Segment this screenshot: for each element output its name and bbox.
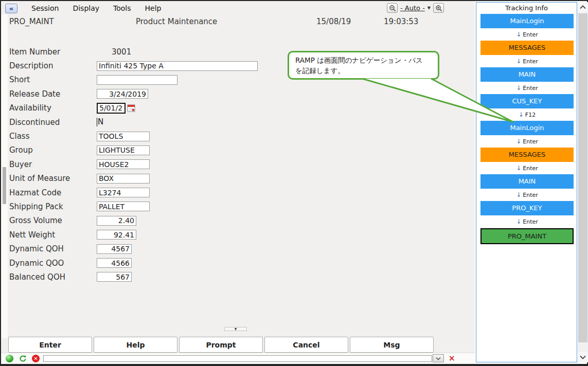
scrollbar-thumb[interactable]	[578, 13, 587, 342]
shipping-pack-input[interactable]	[97, 202, 150, 211]
chevron-down-icon	[436, 357, 441, 360]
splitter-collapse-handle[interactable]: ▼	[224, 327, 247, 331]
command-history-dropdown[interactable]	[433, 354, 444, 362]
command-input[interactable]	[43, 355, 432, 362]
down-arrow-icon: ↓	[516, 58, 521, 65]
discontinued-value[interactable]: N	[97, 118, 103, 126]
gross-volume-label: Gross Volume	[9, 216, 97, 225]
key-label: Enter	[523, 138, 538, 145]
magnifier-plus-icon	[435, 5, 442, 12]
menu-session[interactable]: Session	[31, 4, 59, 12]
zoom-out-button[interactable]	[387, 3, 398, 13]
form-row: Class	[9, 129, 258, 143]
unit-of-measure-input[interactable]	[97, 174, 150, 184]
zoom-in-button[interactable]	[433, 3, 444, 13]
magnifier-minus-icon	[389, 5, 396, 12]
group-input[interactable]	[97, 145, 150, 155]
form-row: Unit of Measure	[9, 172, 258, 186]
tracking-step-screen[interactable]: MainLogin	[480, 121, 574, 135]
zoom-control: - Auto - ▼	[387, 3, 444, 13]
form-row: Short	[9, 73, 258, 87]
nett-weight-input[interactable]	[97, 230, 136, 240]
nett-weight-label: Nett Weight	[9, 230, 97, 240]
availability-label: Availability	[9, 103, 97, 113]
chevron-up-icon	[580, 5, 586, 9]
chevron-down-icon[interactable]: ▼	[427, 6, 431, 10]
dynamic-qoo-input[interactable]	[97, 258, 132, 268]
application-window: « Session Display Tools Help - Auto - ▼	[0, 0, 588, 366]
buyer-label: Buyer	[9, 160, 97, 169]
short-label: Short	[9, 75, 97, 84]
zoom-level-dropdown[interactable]: - Auto -	[400, 4, 425, 12]
tracking-step-screen[interactable]: MAIN	[480, 67, 574, 82]
tracking-step-screen[interactable]: MESSAGES	[480, 41, 574, 55]
shipping-pack-label: Shipping Pack	[9, 202, 97, 211]
scroll-up-button[interactable]	[578, 2, 588, 12]
menu-help[interactable]: Help	[145, 4, 162, 12]
tracking-scrollbar[interactable]	[578, 2, 588, 362]
description-input[interactable]	[97, 61, 258, 71]
balanced-qoh-input[interactable]	[97, 272, 132, 282]
short-input[interactable]	[97, 75, 177, 85]
tracking-step-current-screen[interactable]: PRO_MAINT	[480, 228, 574, 244]
form-row: Gross Volume	[9, 214, 258, 228]
tracking-step-screen[interactable]: PRO_KEY	[480, 201, 574, 215]
dynamic-qoh-label: Dynamic QOH	[9, 244, 97, 253]
menu-tools[interactable]: Tools	[113, 4, 131, 12]
tracking-step-screen[interactable]: MAIN	[480, 174, 574, 189]
clear-command-icon[interactable]: ×	[449, 355, 455, 362]
key-label: Enter	[523, 85, 538, 92]
panel-drag-handle[interactable]	[3, 167, 6, 204]
down-arrow-icon: ↓	[516, 31, 521, 38]
ramp-callout-bubble: RAMP は画面間のナビゲーション・パス を記録します。	[288, 51, 439, 80]
tracking-step-key: ↓ Enter	[480, 82, 574, 94]
tracking-step-screen[interactable]: MainLogin	[480, 14, 574, 28]
form-row: Hazmat Code	[9, 186, 258, 199]
page-title: Product Maintenance	[136, 17, 217, 26]
down-arrow-icon: ↓	[516, 191, 521, 198]
connection-status-icon	[6, 355, 13, 362]
form-row: Dynamic QOO	[9, 256, 258, 270]
class-input[interactable]	[97, 132, 150, 141]
prompt-button[interactable]: Prompt	[179, 337, 263, 353]
key-label: Enter	[523, 218, 538, 225]
msg-button[interactable]: Msg	[350, 337, 434, 353]
hazmat-code-input[interactable]	[97, 188, 150, 197]
product-form: Item Number 3001 Description Short Relea…	[9, 45, 258, 284]
cancel-button[interactable]: Cancel	[264, 337, 348, 353]
help-button[interactable]: Help	[94, 337, 177, 353]
balanced-qoh-label: Balanced QOH	[9, 272, 97, 282]
buyer-input[interactable]	[97, 159, 150, 169]
availability-input[interactable]	[97, 103, 126, 114]
down-arrow-icon: ↓	[519, 111, 524, 118]
form-row: Dynamic QOH	[9, 242, 258, 255]
scroll-down-button[interactable]	[578, 352, 588, 362]
description-label: Description	[9, 61, 97, 70]
gross-volume-input[interactable]	[97, 216, 136, 226]
enter-button[interactable]: Enter	[8, 337, 92, 353]
disconnect-icon[interactable]: ✕	[32, 355, 40, 362]
tracking-step-screen[interactable]: MESSAGES	[480, 148, 574, 162]
down-arrow-icon: ↓	[516, 164, 521, 172]
release-date-input[interactable]	[97, 89, 148, 99]
menu-display[interactable]: Display	[73, 4, 99, 12]
unit-of-measure-label: Unit of Measure	[9, 174, 97, 183]
key-label: F12	[525, 112, 536, 118]
calendar-icon[interactable]	[127, 104, 135, 112]
tracking-step-key: ↓ Enter	[480, 135, 574, 148]
form-row: Nett Weight	[9, 228, 258, 242]
status-toolbar: ✕ ×	[1, 353, 475, 363]
dynamic-qoh-input[interactable]	[97, 244, 132, 254]
key-label: Enter	[523, 58, 538, 65]
refresh-icon[interactable]	[19, 355, 27, 362]
tracking-step-screen[interactable]: CUS_KEY	[480, 94, 574, 108]
group-label: Group	[9, 145, 97, 155]
form-row: Buyer	[9, 157, 258, 171]
tracking-step-key: ↓ F12	[480, 108, 574, 121]
form-row: Group	[9, 143, 258, 157]
tracking-step-key: ↓ Enter	[480, 55, 574, 67]
collapse-panel-button[interactable]: «	[5, 4, 17, 13]
menu-bar: « Session Display Tools Help - Auto - ▼	[1, 1, 475, 15]
hazmat-code-label: Hazmat Code	[9, 188, 97, 197]
down-arrow-icon: ↓	[516, 218, 521, 225]
